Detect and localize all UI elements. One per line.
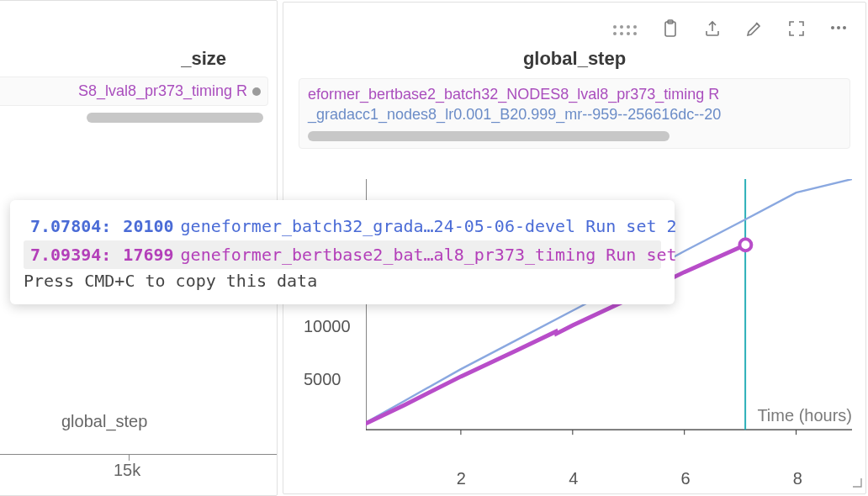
tooltip-time: 7.07804: [30,212,111,240]
legend-run-2[interactable]: _gradacc1_nodes8_lr0.001_B20.999_mr--959… [308,104,841,124]
tooltip-run-name: geneformer_bertbase2_bat…al8_pr373_timin… [181,240,677,269]
left-legend-box[interactable]: S8_lval8_pr373_timing R [0,77,268,106]
tooltip-step: 20100 [123,212,173,240]
tooltip-row: 7.07804: 20100 geneformer_batch32_grada…… [24,212,661,240]
chart-toolbar [613,18,849,43]
resize-handle-icon[interactable] [852,477,862,490]
right-chart-title: global_step [283,48,865,70]
left-xtick-1: 15k [114,461,140,480]
xtick-6: 6 [680,469,690,488]
tooltip-row: 7.09394: 17699 geneformer_bertbase2_bat…… [24,240,661,269]
xtick-4: 4 [569,469,578,488]
right-legend-scrollbar[interactable] [308,131,670,141]
export-icon[interactable] [702,18,722,42]
svg-point-4 [843,26,846,29]
fullscreen-icon[interactable] [786,18,807,42]
svg-point-14 [739,239,751,251]
scroll-thumb-icon [252,87,261,96]
ytick-10000: 10000 [304,317,351,336]
ytick-5000: 5000 [304,369,341,388]
svg-point-2 [831,26,834,29]
left-x-axis-label: global_step [61,412,147,431]
right-legend-box[interactable]: eformer_bertbase2_batch32_NODES8_lval8_p… [299,78,850,149]
left-chart-title: _size [0,48,226,70]
xtick-8: 8 [793,469,802,488]
svg-point-3 [837,26,840,29]
legend-run-1[interactable]: eformer_bertbase2_batch32_NODES8_lval8_p… [308,84,841,104]
edit-icon[interactable] [744,18,765,42]
tooltip-copy-hint: Press CMD+C to copy this data [24,271,661,291]
more-icon[interactable] [828,18,849,43]
tooltip-run-name: geneformer_batch32_grada…24-05-06-devel … [181,212,677,240]
drag-handle-icon[interactable] [613,24,638,37]
tooltip-time: 7.09394: [30,240,111,269]
left-legend-scrollbar[interactable] [0,111,268,124]
clipboard-icon[interactable] [660,18,680,42]
right-x-axis-label: Time (hours) [757,406,852,425]
tooltip-step: 17699 [123,240,173,269]
left-legend-text: S8_lval8_pr373_timing R [78,82,247,100]
hover-tooltip: 7.07804: 20100 geneformer_batch32_grada…… [10,200,675,304]
xtick-2: 2 [457,469,466,488]
